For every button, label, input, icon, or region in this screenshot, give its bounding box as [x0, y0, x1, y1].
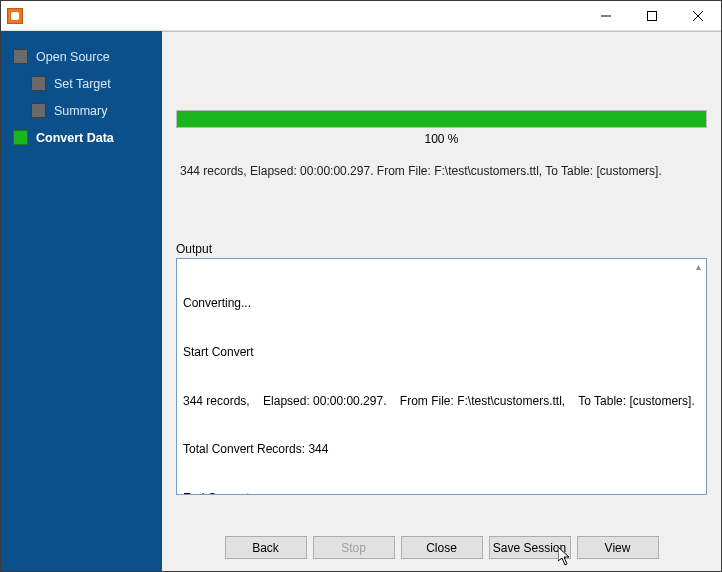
- maximize-button[interactable]: [629, 1, 675, 31]
- content-container: Open Source Set Target Summary Convert D…: [1, 31, 721, 571]
- window-controls: [583, 1, 721, 31]
- progress-area: 100 % 344 records, Elapsed: 00:00:00.297…: [162, 32, 721, 178]
- step-icon: [13, 49, 28, 64]
- sidebar-item-label: Set Target: [54, 77, 111, 91]
- step-icon: [31, 103, 46, 118]
- sidebar-item-label: Convert Data: [36, 131, 114, 145]
- output-line: Total Convert Records: 344: [183, 441, 700, 457]
- output-section: Output Converting... Start Convert 344 r…: [162, 242, 721, 508]
- sidebar-item-label: Summary: [54, 104, 107, 118]
- titlebar-left: [1, 8, 29, 24]
- wizard-sidebar: Open Source Set Target Summary Convert D…: [1, 31, 162, 571]
- svg-rect-1: [648, 11, 657, 20]
- output-line: Converting...: [183, 295, 700, 311]
- output-title: Output: [176, 242, 707, 256]
- status-line: 344 records, Elapsed: 00:00:00.297. From…: [176, 146, 707, 178]
- button-row: Back Stop Close Save Session View: [162, 508, 721, 571]
- sidebar-item-label: Open Source: [36, 50, 110, 64]
- save-session-button[interactable]: Save Session: [489, 536, 571, 559]
- sidebar-item-set-target[interactable]: Set Target: [13, 70, 154, 97]
- back-button[interactable]: Back: [225, 536, 307, 559]
- minimize-button[interactable]: [583, 1, 629, 31]
- maximize-icon: [647, 11, 657, 21]
- titlebar: [1, 1, 721, 31]
- output-box[interactable]: Converting... Start Convert 344 records,…: [176, 258, 707, 495]
- sidebar-item-summary[interactable]: Summary: [13, 97, 154, 124]
- output-line: 344 records, Elapsed: 00:00:00.297. From…: [183, 393, 700, 409]
- output-line: Start Convert: [183, 344, 700, 360]
- close-window-button[interactable]: [675, 1, 721, 31]
- cursor-icon: [558, 547, 574, 567]
- stop-button: Stop: [313, 536, 395, 559]
- progress-fill: [177, 111, 706, 127]
- sidebar-item-open-source[interactable]: Open Source: [13, 43, 154, 70]
- sidebar-item-convert-data[interactable]: Convert Data: [13, 124, 154, 151]
- progress-bar: [176, 110, 707, 128]
- step-icon: [31, 76, 46, 91]
- progress-percent: 100 %: [176, 132, 707, 146]
- app-window: Open Source Set Target Summary Convert D…: [0, 0, 722, 572]
- step-icon: [13, 130, 28, 145]
- view-button[interactable]: View: [577, 536, 659, 559]
- close-icon: [693, 11, 703, 21]
- app-icon: [7, 8, 23, 24]
- main-panel: 100 % 344 records, Elapsed: 00:00:00.297…: [162, 31, 721, 571]
- output-line: End Convert: [183, 490, 700, 495]
- scroll-up-icon: ▴: [692, 261, 704, 273]
- minimize-icon: [601, 11, 611, 21]
- close-button[interactable]: Close: [401, 536, 483, 559]
